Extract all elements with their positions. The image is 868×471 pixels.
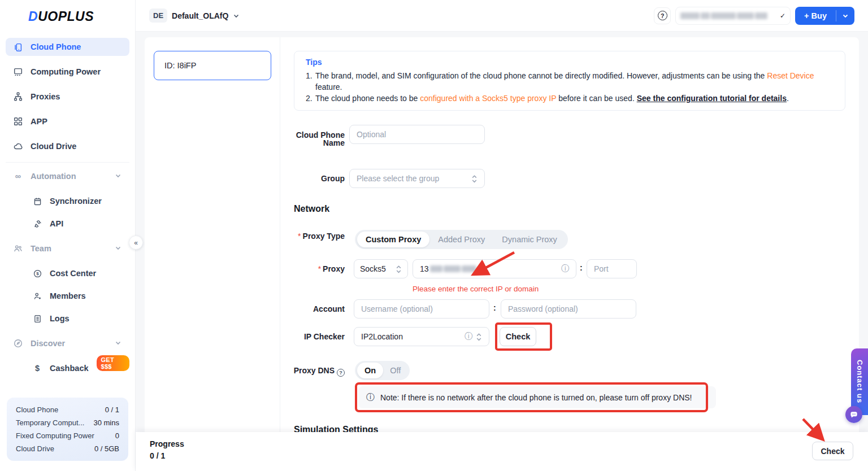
tips-line-2: 2.The cloud phone needs to be configured… [306,93,834,104]
sidebar-item-label: Cloud Drive [31,142,76,151]
cloud-phone-name-label: Cloud Phone Name [294,131,345,147]
socks5-highlight: configured with a Socks5 type proxy IP [420,94,556,103]
ip-check-button[interactable]: Check [500,327,536,346]
phone-id-label: ID: I8iFP [164,61,196,70]
workspace-badge: DE [149,8,167,23]
select-arrows-icon [396,264,402,273]
usage-value: 0 / 5GB [94,444,119,453]
proxy-host-input[interactable]: 13 ⓘ [413,259,576,278]
sidebar-item-members[interactable]: Members [6,287,129,305]
usage-value: 30 mins [93,418,119,427]
chevron-down-icon [233,12,240,19]
ip-checker-select[interactable]: IP2Location ⓘ [354,327,489,346]
usage-row-fixed-computing: Fixed Computing Power 0 [16,431,119,440]
proxy-dns-off[interactable]: Off [383,363,407,378]
usage-label: Cloud Drive [16,444,54,453]
proxy-protocol-select[interactable]: Socks5 [354,259,408,278]
workspace-switcher[interactable]: DE Default_OLAfQ [149,8,240,23]
logs-icon [32,313,43,324]
host-port-separator: : [580,263,583,272]
sidebar-item-logs[interactable]: Logs [6,309,129,328]
tab-added-proxy[interactable]: Added Proxy [429,232,493,247]
required-mark: * [318,264,321,273]
account-separator: : [493,303,496,312]
usage-value: 0 [115,431,119,440]
tab-custom-proxy[interactable]: Custom Proxy [357,232,429,247]
sidebar-item-label: Logs [50,314,70,323]
dollar-icon: $ [32,363,43,374]
select-placeholder: Please select the group [357,174,439,183]
progress-value: 0 / 1 [150,451,165,460]
sidebar-item-cloud-drive[interactable]: Cloud Drive [6,137,129,155]
automation-icon: ∞ [12,171,24,182]
input-placeholder: Username (optional) [361,304,433,313]
account-info-masked[interactable]: ✓ [675,7,791,25]
api-plug-icon [32,218,43,229]
buy-button-label[interactable]: + Buy [795,7,836,25]
reset-device-link[interactable]: Reset Device [767,71,814,80]
contact-us-tab[interactable]: Contact us [851,348,868,415]
sidebar-item-label: API [50,219,63,228]
info-icon[interactable]: ⓘ [465,332,472,342]
masked-text [680,12,776,19]
proxy-dns-on[interactable]: On [357,363,383,378]
sidebar-nav: Cloud Phone Computing Power Proxies APP [0,24,135,377]
sidebar-collapse-button[interactable]: « [129,236,143,250]
info-icon[interactable]: ⓘ [561,264,569,274]
buy-split-button[interactable]: + Buy [795,7,854,25]
sidebar-item-api[interactable]: API [6,215,129,233]
question-icon: ? [658,11,667,20]
proxy-dns-label: Proxy DNS? [290,366,345,376]
proxy-type-tabs: Custom Proxy Added Proxy Dynamic Proxy [355,230,568,249]
team-icon [12,243,24,254]
discover-compass-icon [12,338,24,349]
group-label: Group [294,174,345,183]
app-grid-icon [12,116,24,127]
proxy-port-input[interactable]: Port [587,259,637,278]
footer-check-button[interactable]: Check [812,442,853,460]
sidebar-item-synchronizer[interactable]: Synchronizer [6,192,129,210]
sidebar-item-app[interactable]: APP [6,112,129,130]
info-icon: ⓘ [366,392,375,403]
group-select[interactable]: Please select the group [349,169,485,188]
sidebar-divider [6,162,129,163]
masked-ip [430,265,476,272]
usage-summary-card: Cloud Phone 0 / 1 Temporary Comput... 30… [7,398,128,461]
sidebar-item-cashback[interactable]: $ Cashback GET $$$ [6,359,129,377]
sidebar-item-label: Computing Power [31,67,101,76]
question-icon[interactable]: ? [337,369,345,377]
sidebar-item-cloud-phone[interactable]: Cloud Phone [6,38,129,56]
sidebar-item-proxies[interactable]: Proxies [6,88,129,106]
cloud-drive-icon [12,141,24,152]
tab-dynamic-proxy[interactable]: Dynamic Proxy [493,232,566,247]
proxy-label: *Proxy [290,264,345,273]
chat-bubble-icon[interactable] [845,406,862,423]
topbar: DE Default_OLAfQ ? ✓ + Buy [136,0,868,32]
sidebar-group-team[interactable]: Team [6,239,129,258]
cloud-phone-icon [12,41,24,53]
select-arrows-icon [476,332,482,341]
chevron-down-icon[interactable] [836,7,854,25]
sidebar-group-automation[interactable]: ∞ Automation [6,167,129,185]
collapse-icon: « [134,239,138,247]
footer-bar: Progress 0 / 1 Check [136,432,868,471]
sidebar-item-label: Proxies [31,92,60,101]
proxy-error-message: Please enter the correct IP or domain [413,285,539,293]
configuration-tutorial-link[interactable]: See the configuration tutorial for detai… [637,94,787,103]
password-input[interactable]: Password (optional) [501,299,636,319]
usage-row-cloud-drive: Cloud Drive 0 / 5GB [16,444,119,453]
sidebar-item-label: Cashback [50,364,89,373]
progress-label: Progress [150,439,184,448]
cloud-phone-name-input[interactable]: Optional [349,125,485,144]
workspace-name: Default_OLAfQ [172,11,228,20]
cashback-badge: GET $$$ [97,355,129,371]
phone-id-card[interactable]: ID: I8iFP [154,51,271,80]
sidebar-item-cost-center[interactable]: $ Cost Center [6,264,129,282]
sidebar-item-computing-power[interactable]: Computing Power [6,63,129,81]
main-panel: ID: I8iFP Tips 1.The brand, model, and S… [145,37,859,471]
cost-center-icon: $ [32,268,43,279]
sidebar-group-label: Discover [31,339,65,348]
help-button[interactable]: ? [654,7,671,24]
sidebar-group-discover[interactable]: Discover [6,334,129,352]
username-input[interactable]: Username (optional) [354,299,489,319]
